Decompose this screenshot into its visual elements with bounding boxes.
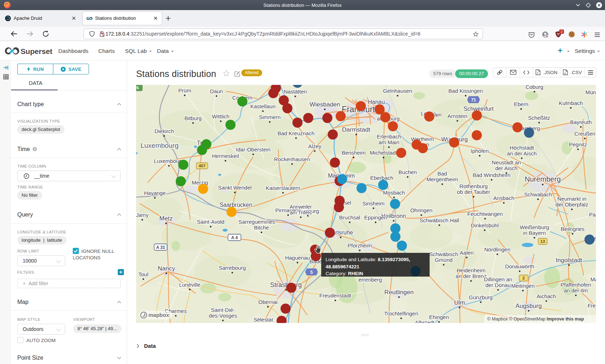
svg-text:Pforzheim: Pforzheim bbox=[348, 242, 372, 249]
svg-text:an der Aisch: an der Aisch bbox=[507, 150, 537, 156]
svg-text:Bitburg: Bitburg bbox=[184, 115, 202, 121]
svg-text:Jarny: Jarny bbox=[136, 212, 148, 218]
svg-text:Schwäbisch Hall: Schwäbisch Hall bbox=[420, 217, 459, 223]
svg-text:Nuremberg: Nuremberg bbox=[525, 175, 561, 183]
svg-text:Annweiler: Annweiler bbox=[290, 204, 312, 210]
svg-text:A 31: A 31 bbox=[156, 245, 165, 250]
svg-text:Haguenau: Haguenau bbox=[285, 255, 310, 261]
svg-text:Freudenstadt: Freudenstadt bbox=[319, 292, 351, 299]
svg-text:Sélestat: Sélestat bbox=[254, 317, 273, 323]
svg-text:Ulm: Ulm bbox=[454, 299, 465, 306]
svg-text:am Trifels: am Trifels bbox=[290, 210, 312, 215]
svg-text:Saarbrücken: Saarbrücken bbox=[220, 202, 252, 208]
svg-text:errenberg: errenberg bbox=[358, 277, 382, 283]
svg-text:Wiesbaden: Wiesbaden bbox=[309, 101, 340, 108]
svg-text:Ebern: Ebern bbox=[514, 101, 528, 107]
svg-text:Sinsheim: Sinsheim bbox=[362, 200, 385, 206]
svg-text:Coburg: Coburg bbox=[525, 85, 543, 90]
svg-text:Gmünd: Gmünd bbox=[435, 257, 452, 263]
svg-text:Eberbach: Eberbach bbox=[370, 175, 393, 181]
svg-text:Trochtelfingen: Trochtelfingen bbox=[384, 310, 418, 317]
svg-text:A 4: A 4 bbox=[231, 235, 238, 240]
svg-text:Luxembourg: Luxembourg bbox=[140, 142, 179, 149]
svg-text:Simmern: Simmern bbox=[259, 114, 281, 120]
svg-text:Parsber: Parsber bbox=[589, 211, 596, 218]
svg-text:Sarrebourg: Sarrebourg bbox=[219, 265, 246, 271]
svg-text:71: 71 bbox=[471, 97, 476, 103]
svg-text:Diekirch: Diekirch bbox=[154, 128, 174, 134]
svg-text:Nastätten: Nastätten bbox=[284, 88, 307, 95]
svg-text:Rockenhausen: Rockenhausen bbox=[274, 156, 310, 162]
svg-text:Feuchtwangen: Feuchtwangen bbox=[467, 211, 503, 217]
svg-text:Bad Kreuznach: Bad Kreuznach bbox=[278, 130, 315, 136]
svg-text:Gelnhausen: Gelnhausen bbox=[383, 88, 412, 94]
svg-text:in Bayern: in Bayern bbox=[523, 230, 546, 236]
svg-text:Münc: Münc bbox=[586, 89, 596, 95]
svg-text:Creußen: Creußen bbox=[574, 131, 595, 137]
svg-text:Heidenheim: Heidenheim bbox=[457, 267, 485, 273]
svg-text:Freisi: Freisi bbox=[588, 302, 596, 309]
svg-text:Strasbourg: Strasbourg bbox=[270, 281, 302, 288]
svg-text:Metz: Metz bbox=[160, 215, 173, 222]
svg-text:13: 13 bbox=[541, 239, 545, 244]
svg-text:Hanau: Hanau bbox=[368, 99, 385, 105]
svg-text:5: 5 bbox=[136, 86, 139, 90]
svg-text:Erlenbach: Erlenbach bbox=[377, 133, 401, 140]
svg-text:Hermeskeil: Hermeskeil bbox=[212, 153, 239, 159]
svg-text:Augsburg: Augsburg bbox=[516, 302, 542, 309]
svg-text:Prüm: Prüm bbox=[178, 87, 191, 94]
svg-text:Meitingen: Meitingen bbox=[511, 283, 534, 289]
svg-text:Arnstein: Arnstein bbox=[447, 113, 467, 119]
svg-text:Eppingen: Eppingen bbox=[364, 214, 387, 220]
svg-text:Saint-Dié-: Saint-Dié- bbox=[211, 307, 235, 313]
svg-text:Albstadt: Albstadt bbox=[415, 319, 435, 323]
svg-text:am Main: am Main bbox=[378, 139, 399, 145]
svg-text:Mergentheim: Mergentheim bbox=[426, 176, 458, 182]
svg-text:407: 407 bbox=[198, 164, 205, 168]
svg-text:Sarreguemines: Sarreguemines bbox=[238, 219, 275, 225]
svg-text:der Aisch: der Aisch bbox=[495, 165, 517, 171]
svg-text:Scheßlitz: Scheßlitz bbox=[528, 115, 550, 121]
svg-text:Michelstadt: Michelstadt bbox=[370, 150, 398, 156]
svg-text:Donauwörth: Donauwörth bbox=[505, 263, 534, 269]
svg-text:ob der Tauber: ob der Tauber bbox=[457, 189, 490, 195]
svg-text:Günzburg: Günzburg bbox=[469, 294, 493, 300]
svg-text:x: x bbox=[564, 72, 566, 74]
svg-text:Bayreuth: Bayreuth bbox=[570, 119, 592, 125]
svg-text:5: 5 bbox=[310, 270, 313, 275]
svg-text:Pfaffenhofen: Pfaffenhofen bbox=[561, 282, 591, 288]
svg-text:Öhringen: Öhringen bbox=[410, 207, 433, 213]
svg-text:Kulmbach: Kulmbach bbox=[559, 100, 583, 106]
svg-text:Bad: Bad bbox=[438, 170, 447, 177]
svg-text:Daun: Daun bbox=[210, 88, 223, 94]
svg-text:Bad Windsheim: Bad Windsheim bbox=[472, 172, 510, 178]
svg-text:Ansbach: Ansbach bbox=[493, 195, 514, 201]
svg-text:ain: ain bbox=[434, 112, 442, 118]
svg-text:Kastellaun: Kastellaun bbox=[250, 103, 275, 109]
svg-text:Sankt Wendel: Sankt Wendel bbox=[218, 185, 251, 191]
svg-text:der Donau: der Donau bbox=[485, 282, 511, 288]
svg-text:Aichach: Aichach bbox=[537, 293, 556, 299]
svg-text:Aalen: Aalen bbox=[460, 250, 474, 256]
svg-text:Rothenburg: Rothenburg bbox=[460, 183, 488, 189]
svg-text:Wittlich: Wittlich bbox=[212, 113, 229, 119]
svg-text:an der Ilm: an der Ilm bbox=[564, 287, 588, 294]
svg-text:Obernai: Obernai bbox=[258, 299, 277, 305]
svg-text:Buchen: Buchen bbox=[399, 169, 417, 175]
svg-text:Hayange: Hayange bbox=[144, 190, 166, 196]
svg-text:Alzey: Alzey bbox=[308, 143, 322, 149]
svg-text:Weißenburg: Weißenburg bbox=[520, 224, 549, 230]
svg-text:Darmstadt: Darmstadt bbox=[342, 126, 371, 133]
svg-text:Höchstadt: Höchstadt bbox=[510, 145, 534, 151]
svg-text:Pegnitz: Pegnitz bbox=[569, 141, 587, 147]
svg-text:des-Vosges: des-Vosges bbox=[209, 313, 237, 319]
svg-text:der Oberpfalz: der Oberpfalz bbox=[556, 201, 588, 208]
svg-text:Iphofen: Iphofen bbox=[471, 148, 489, 154]
svg-text:© Mapbox © OpenStreetMap Impro: © Mapbox © OpenStreetMap Improve this ma… bbox=[487, 317, 584, 322]
svg-text:Nördlingen: Nördlingen bbox=[484, 246, 511, 252]
svg-text:Mosbach: Mosbach bbox=[383, 190, 405, 196]
svg-text:Schwabach: Schwabach bbox=[524, 191, 552, 197]
svg-text:Dinkelsbühl: Dinkelsbühl bbox=[471, 222, 499, 228]
svg-text:Mair: Mair bbox=[590, 276, 596, 282]
svg-text:Neustadt an: Neustadt an bbox=[492, 159, 521, 165]
